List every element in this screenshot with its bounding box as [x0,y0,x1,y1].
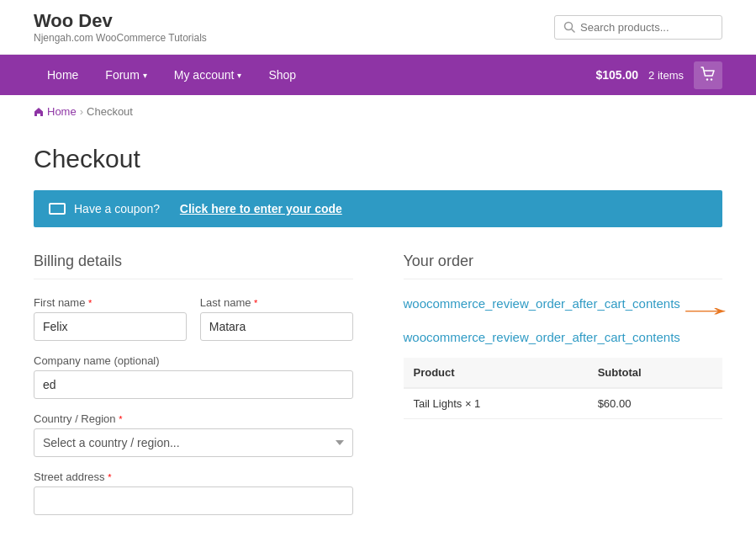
country-row: Country / Region * Select a country / re… [34,412,353,457]
name-row: First name * Last name * [34,296,353,341]
myaccount-chevron-icon: ▾ [237,71,241,80]
cart-price: $105.00 [595,68,638,82]
last-name-input[interactable] [200,312,353,341]
nav-links: Home Forum ▾ My account ▾ Shop [34,55,309,95]
page-title: Checkout [34,145,722,173]
table-row: Tail Lights × 1 $60.00 [404,388,723,419]
country-required: * [119,414,122,424]
arrow-icon: → [672,296,739,323]
search-input[interactable] [580,21,713,34]
site-subtitle: Njengah.com WooCommerce Tutorials [34,32,207,44]
order-title: Your order [404,253,723,279]
nav-right: $105.00 2 items [595,61,722,89]
coupon-text: Have a coupon? [74,202,160,215]
last-name-required: * [254,298,257,308]
country-label: Country / Region * [34,412,353,425]
hook-text-1: woocommerce_review_order_after_cart_cont… [404,296,723,323]
last-name-field: Last name * [200,296,353,341]
breadcrumb-current: Checkout [87,105,133,118]
product-subtotal: $60.00 [588,388,722,419]
company-label: Company name (optional) [34,354,353,367]
first-name-input[interactable] [34,312,187,341]
product-name: Tail Lights × 1 [404,388,588,419]
breadcrumb-separator: › [80,105,83,118]
billing-section: Billing details First name * Last name * [34,253,353,529]
nav-item-home[interactable]: Home [34,55,92,95]
first-name-required: * [88,298,92,308]
hook-text-2: woocommerce_review_order_after_cart_cont… [404,330,723,344]
svg-point-2 [706,78,708,80]
company-field: Company name (optional) [34,354,353,399]
search-box[interactable] [554,15,722,40]
breadcrumb-home[interactable]: Home [47,105,77,118]
nav-item-forum[interactable]: Forum ▾ [92,55,160,95]
country-field: Country / Region * Select a country / re… [34,412,353,457]
company-input[interactable] [34,370,353,399]
first-name-label: First name * [34,296,187,309]
breadcrumb: Home › Checkout [0,95,756,128]
site-title: Woo Dev [34,10,207,32]
cart-items-count: 2 items [648,69,684,82]
cart-svg-icon [700,66,716,82]
home-icon [34,107,44,117]
street-input[interactable] [34,486,353,515]
last-name-label: Last name * [200,296,353,309]
order-table-header-row: Product Subtotal [404,358,723,388]
search-icon [563,21,575,33]
nav-item-myaccount[interactable]: My account ▾ [161,55,256,95]
col-product: Product [404,358,588,388]
coupon-icon [49,203,66,215]
cart-icon[interactable] [694,61,722,89]
street-row: Street address * [34,471,353,515]
checkout-layout: Billing details First name * Last name * [34,253,722,529]
street-field: Street address * [34,471,353,515]
main-nav: Home Forum ▾ My account ▾ Shop $105.00 2… [0,55,756,95]
first-name-field: First name * [34,296,187,341]
site-branding: Woo Dev Njengah.com WooCommerce Tutorial… [34,10,207,44]
street-label: Street address * [34,471,353,483]
company-row: Company name (optional) [34,354,353,399]
order-table: Product Subtotal Tail Lights × 1 $60.00 [404,358,723,419]
nav-item-shop[interactable]: Shop [255,55,309,95]
country-select[interactable]: Select a country / region... [34,428,353,457]
svg-point-3 [711,78,712,80]
billing-title: Billing details [34,253,353,279]
col-subtotal: Subtotal [588,358,722,388]
coupon-link[interactable]: Click here to enter your code [180,202,342,215]
main-content: Checkout Have a coupon? Click here to en… [0,128,756,537]
coupon-banner: Have a coupon? Click here to enter your … [34,190,722,227]
svg-line-1 [572,29,575,33]
street-required: * [108,472,111,482]
site-header: Woo Dev Njengah.com WooCommerce Tutorial… [0,0,756,55]
order-section: Your order woocommerce_review_order_afte… [404,253,723,529]
forum-chevron-icon: ▾ [143,71,147,80]
